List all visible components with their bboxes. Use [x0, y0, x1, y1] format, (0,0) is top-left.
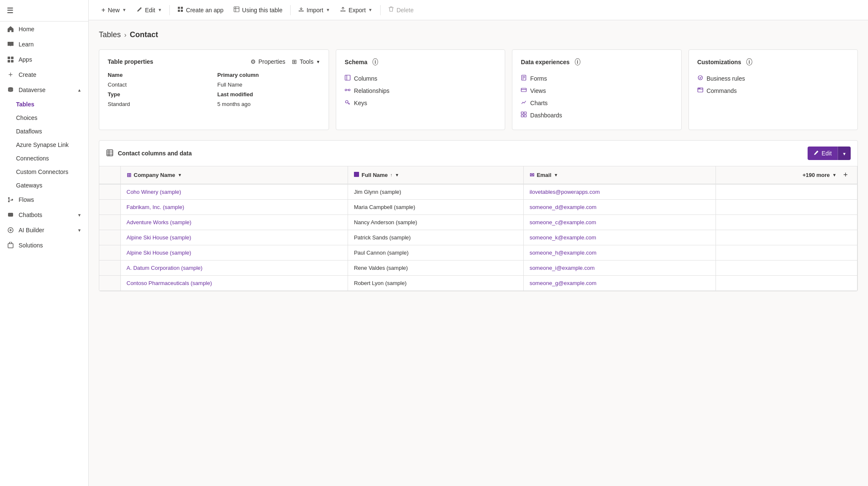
full-name-cell: Maria Campbell (sample) — [348, 200, 523, 215]
svg-rect-11 — [178, 7, 180, 9]
svg-rect-15 — [234, 7, 239, 12]
company-link[interactable]: Adventure Works (sample) — [127, 219, 192, 225]
sidebar-item-dataflows[interactable]: Dataflows — [0, 125, 88, 138]
company-link[interactable]: Alpine Ski House (sample) — [127, 250, 191, 256]
views-link[interactable]: Views — [521, 84, 672, 97]
breadcrumb-parent[interactable]: Tables — [99, 30, 121, 39]
forms-icon — [521, 75, 527, 82]
full-name-header[interactable]: Full Name ↑ ▼ — [348, 166, 523, 184]
using-table-button[interactable]: Using this table — [229, 4, 287, 16]
new-button[interactable]: + New ▼ — [97, 4, 131, 16]
row-checkbox-cell — [99, 184, 120, 200]
relationships-link[interactable]: Relationships — [345, 84, 496, 97]
email-link[interactable]: someone_g@example.com — [530, 280, 596, 286]
email-link[interactable]: someone_k@example.com — [530, 234, 596, 241]
email-link[interactable]: someone_h@example.com — [530, 250, 596, 256]
sidebar-item-label: Create — [19, 71, 36, 78]
email-link[interactable]: someone_i@example.com — [530, 265, 595, 271]
sidebar-item-solutions[interactable]: Solutions — [0, 238, 88, 253]
sidebar-item-dataverse[interactable]: Dataverse ▲ — [0, 82, 88, 98]
table-row: Alpine Ski House (sample)Paul Cannon (sa… — [99, 245, 857, 261]
data-section-header: Contact columns and data Edit ▼ — [99, 141, 857, 166]
company-link[interactable]: Fabrikam, Inc. (sample) — [127, 204, 185, 210]
extra-cols-cell — [716, 215, 857, 230]
commands-link[interactable]: Commands — [697, 84, 849, 97]
data-section: Contact columns and data Edit ▼ — [99, 140, 858, 291]
create-app-button[interactable]: Create an app — [173, 4, 228, 16]
svg-rect-13 — [178, 10, 180, 12]
company-link[interactable]: Contoso Pharmaceuticals (sample) — [127, 280, 212, 286]
svg-point-34 — [698, 76, 702, 80]
columns-link[interactable]: Columns — [345, 72, 496, 84]
table-row: Coho Winery (sample)Jim Glynn (sample)il… — [99, 184, 857, 200]
sort-icon: ▼ — [554, 173, 558, 177]
email-cell: someone_k@example.com — [523, 230, 716, 245]
card-title-table-properties: Table properties ⚙ Properties ⊞ Tools ▼ — [108, 58, 320, 65]
checkbox-header — [99, 166, 120, 184]
data-section-title: Contact columns and data — [106, 149, 192, 158]
full-name-cell: Robert Lyon (sample) — [348, 276, 523, 291]
card-title-data-experiences: Data experiences i — [521, 58, 672, 65]
sidebar-item-chatbots[interactable]: Chatbots ▼ — [0, 207, 88, 223]
business-rules-link[interactable]: Business rules — [697, 72, 849, 84]
sidebar-item-azure-synapse[interactable]: Azure Synapse Link — [0, 138, 88, 152]
type-label: Type — [108, 91, 211, 98]
sidebar-item-custom-connectors[interactable]: Custom Connectors — [0, 165, 88, 179]
tools-button[interactable]: ⊞ Tools ▼ — [292, 58, 320, 65]
edit-button[interactable]: Edit ▼ — [132, 4, 166, 16]
commands-icon — [697, 87, 703, 94]
export-button[interactable]: Export ▼ — [336, 4, 376, 16]
cards-row: Table properties ⚙ Properties ⊞ Tools ▼ — [99, 49, 858, 130]
sidebar-item-choices[interactable]: Choices — [0, 111, 88, 125]
toolbar-divider — [380, 5, 381, 15]
edit-data-button[interactable]: Edit — [808, 147, 838, 160]
breadcrumb: Tables › Contact — [99, 30, 858, 39]
sidebar-item-learn[interactable]: Learn — [0, 37, 88, 52]
more-cols-label[interactable]: +190 more ▼ — [803, 172, 837, 178]
company-col-icon: ⊞ — [127, 172, 131, 178]
svg-point-21 — [348, 89, 350, 91]
table-grid-icon — [106, 149, 114, 158]
sidebar-item-label: Apps — [19, 56, 32, 63]
sidebar-item-ai-builder[interactable]: AI Builder ▼ — [0, 223, 88, 238]
sidebar-item-flows[interactable]: Flows — [0, 192, 88, 207]
dashboards-link[interactable]: Dashboards — [521, 109, 672, 121]
data-exp-links: Forms Views Charts — [521, 72, 672, 121]
gateways-label: Gateways — [16, 182, 42, 189]
edit-pencil-icon — [814, 150, 819, 157]
add-column-button[interactable]: + — [840, 171, 851, 179]
email-cell: ilovetables@powerapps.com — [523, 184, 716, 200]
properties-button[interactable]: ⚙ Properties — [250, 58, 286, 65]
sidebar-item-home[interactable]: Home — [0, 22, 88, 37]
edit-icon — [136, 6, 142, 14]
extra-cols-cell — [716, 245, 857, 261]
sidebar-item-apps[interactable]: Apps — [0, 52, 88, 67]
forms-link[interactable]: Forms — [521, 72, 672, 84]
company-name-header[interactable]: ⊞ Company Name ▼ — [120, 166, 348, 184]
more-cols-header[interactable]: +190 more ▼ + — [716, 166, 857, 184]
email-link[interactable]: ilovetables@powerapps.com — [530, 189, 600, 195]
chevron-down-icon: ▼ — [326, 8, 330, 12]
keys-link[interactable]: Keys — [345, 97, 496, 109]
last-modified-label: Last modified — [218, 91, 321, 98]
company-link[interactable]: A. Datum Corporation (sample) — [127, 265, 203, 271]
charts-link[interactable]: Charts — [521, 97, 672, 109]
email-header[interactable]: ✉ Email ▼ — [523, 166, 716, 184]
email-col-icon: ✉ — [530, 172, 534, 178]
sidebar: ☰ Home Learn Apps + Create Dataverse ▲ T… — [0, 0, 89, 486]
dashboards-icon — [521, 111, 527, 119]
page-content: Tables › Contact Table properties ⚙ Prop… — [89, 20, 868, 486]
import-button[interactable]: Import ▼ — [294, 4, 335, 16]
sidebar-item-connections[interactable]: Connections — [0, 152, 88, 165]
delete-button[interactable]: Delete — [384, 4, 418, 16]
email-link[interactable]: someone_c@example.com — [530, 219, 596, 225]
chevron-down-icon: ▼ — [316, 60, 320, 64]
company-link[interactable]: Alpine Ski House (sample) — [127, 234, 191, 241]
hamburger-menu[interactable]: ☰ — [7, 6, 82, 15]
sidebar-item-tables[interactable]: Tables — [0, 98, 88, 111]
email-link[interactable]: someone_d@example.com — [530, 204, 596, 210]
sidebar-item-gateways[interactable]: Gateways — [0, 179, 88, 192]
company-link[interactable]: Coho Winery (sample) — [127, 189, 181, 195]
sidebar-item-create[interactable]: + Create — [0, 67, 88, 82]
edit-chevron-button[interactable]: ▼ — [838, 147, 851, 160]
